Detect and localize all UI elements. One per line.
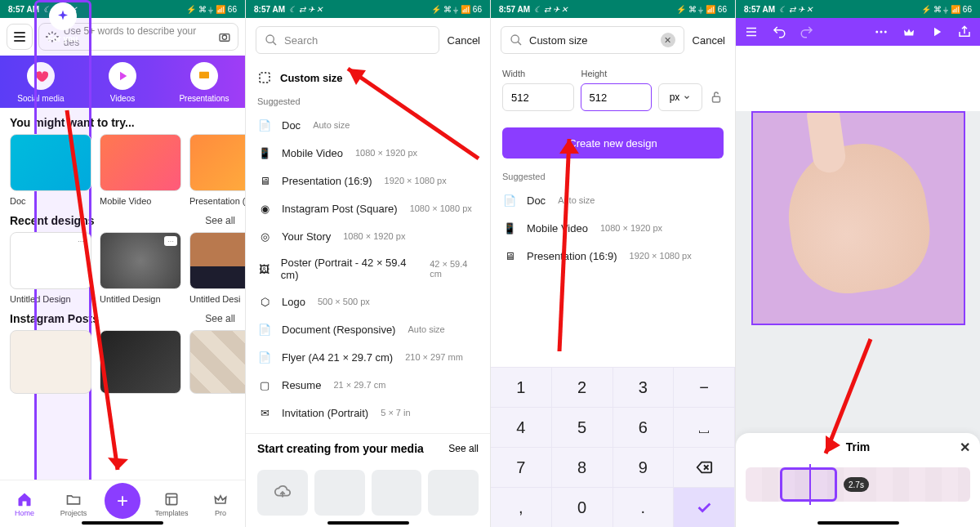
type-row[interactable]: ◉Instagram Post (Square)1080 × 1080 px (246, 194, 490, 222)
cat-presentations[interactable]: Presentations (163, 62, 245, 103)
type-row[interactable]: 🖼Poster (Portrait - 42 × 59.4 cm)42 × 59… (246, 250, 490, 288)
create-design-button[interactable]: Create new design (502, 127, 724, 159)
nav-home[interactable]: Home (0, 491, 49, 517)
ig-card[interactable] (189, 330, 245, 394)
try-card[interactable]: Presentation (1 (189, 134, 245, 206)
type-dim: 5 × 7 in (381, 408, 410, 418)
key-.[interactable]: . (613, 487, 675, 527)
type-name: Poster (Portrait - 42 × 59.4 cm) (281, 257, 417, 281)
key-8[interactable]: 8 (552, 447, 613, 487)
more-icon[interactable] (874, 25, 889, 39)
camera-icon[interactable] (218, 30, 231, 43)
see-all-link[interactable]: See all (205, 215, 235, 226)
type-row[interactable]: 🖥Presentation (16:9)1920 × 1080 px (246, 167, 490, 194)
nav-projects[interactable]: Projects (49, 491, 98, 517)
see-all-link[interactable]: See all (448, 443, 479, 454)
search-input[interactable]: Custom size ✕ (501, 26, 684, 54)
undo-icon[interactable] (772, 25, 786, 39)
clear-icon[interactable]: ✕ (661, 33, 675, 47)
more-icon[interactable]: ⋯ (164, 236, 177, 246)
close-icon[interactable]: ✕ (960, 440, 970, 455)
search-icon (510, 33, 523, 47)
key-3[interactable]: 3 (613, 367, 675, 407)
recent-card[interactable]: ⋯Untitled Desi (189, 232, 245, 304)
nav-pro[interactable]: Pro (196, 491, 245, 517)
type-dim: 1080 × 1920 px (343, 231, 405, 241)
type-row[interactable]: 📄DocAuto size (246, 111, 490, 139)
width-value: 512 (511, 92, 529, 104)
width-input[interactable]: 512 (502, 83, 574, 111)
canvas[interactable] (751, 111, 965, 325)
type-dim: 500 × 500 px (318, 297, 370, 306)
status-bar: 8:57 AM☾ ⇄ ✈ ✕ ⚡ ⌘ ⏚ 📶 66 (491, 0, 735, 18)
type-row[interactable]: 📱Mobile Video1080 × 1920 px (491, 214, 735, 242)
type-name: Document (Responsive) (282, 324, 395, 336)
type-dim: Auto size (408, 324, 444, 334)
media-slot[interactable] (372, 470, 422, 516)
nav-templates[interactable]: Templates (147, 491, 196, 517)
play-icon[interactable] (929, 25, 944, 39)
status-time: 8:57 AM (499, 5, 530, 14)
key-1[interactable]: 1 (491, 367, 552, 407)
upload-media[interactable] (257, 470, 308, 516)
svg-point-16 (884, 31, 887, 33)
cancel-button[interactable]: Cancel (448, 34, 480, 47)
ig-card[interactable] (10, 330, 91, 394)
timeline-strip[interactable]: 2.7s (746, 467, 970, 502)
type-icon: 🖥 (502, 248, 517, 263)
recent-card[interactable]: ⋯Untitled Design (100, 232, 181, 304)
key-5[interactable]: 5 (552, 407, 613, 447)
type-name: Flyer (A4 21 × 29.7 cm) (282, 351, 393, 364)
unit-select[interactable]: px (658, 83, 702, 111)
type-row[interactable]: 🖥Presentation (16:9)1920 × 1080 px (491, 242, 735, 270)
nav-create[interactable]: + (98, 489, 147, 519)
key-7[interactable]: 7 (491, 447, 552, 487)
type-dim: Auto size (558, 195, 595, 205)
fab-plus-icon[interactable]: + (105, 483, 140, 519)
type-row[interactable]: ⬡Logo500 × 500 px (246, 288, 490, 315)
type-row[interactable]: ◎Your Story1080 × 1920 px (246, 222, 490, 250)
crown-icon[interactable] (902, 25, 916, 39)
menu-icon[interactable] (744, 25, 759, 39)
key-,[interactable]: , (491, 487, 552, 527)
custom-size-icon (257, 70, 272, 85)
type-row[interactable]: ▢Resume21 × 29.7 cm (246, 371, 490, 399)
try-card[interactable]: Mobile Video (100, 134, 181, 206)
cat-videos[interactable]: Videos (82, 62, 163, 103)
lock-icon[interactable] (709, 90, 724, 105)
trim-selection[interactable] (780, 467, 837, 502)
key-␣[interactable]: ⎵ (674, 407, 735, 447)
ig-card[interactable] (100, 330, 181, 394)
media-slot[interactable] (428, 470, 479, 516)
key-6[interactable]: 6 (613, 407, 675, 447)
cat-label: Videos (82, 94, 163, 103)
key-✓[interactable] (674, 487, 735, 527)
key-9[interactable]: 9 (613, 447, 675, 487)
type-row[interactable]: 📱Mobile Video1080 × 1920 px (246, 139, 490, 167)
custom-size-row[interactable]: Custom size (246, 62, 490, 93)
height-input[interactable]: 512 (581, 83, 653, 111)
type-row[interactable]: 📄Document (Responsive)Auto size (246, 315, 490, 343)
duration-badge: 2.7s (844, 477, 869, 492)
see-all-link[interactable]: See all (205, 313, 235, 324)
key-4[interactable]: 4 (491, 407, 552, 447)
type-row[interactable]: 📄DocAuto size (491, 186, 735, 214)
menu-button[interactable] (7, 24, 33, 50)
key-−[interactable]: − (674, 367, 735, 407)
key-2[interactable]: 2 (552, 367, 613, 407)
key-⌫[interactable] (674, 447, 735, 487)
redo-icon[interactable] (800, 25, 814, 39)
svg-rect-3 (166, 494, 176, 504)
type-icon: 🖥 (257, 173, 272, 188)
more-icon[interactable]: ⋯ (74, 236, 87, 246)
playhead[interactable] (809, 464, 811, 505)
search-input[interactable]: Search (256, 26, 439, 54)
category-tabs: For you Social media Videos Presentation… (0, 56, 245, 108)
key-0[interactable]: 0 (552, 487, 613, 527)
share-icon[interactable] (957, 25, 972, 39)
type-row[interactable]: 📄Flyer (A4 21 × 29.7 cm)210 × 297 mm (246, 343, 490, 371)
type-row[interactable]: ✉Invitation (Portrait)5 × 7 in (246, 399, 490, 427)
cancel-button[interactable]: Cancel (693, 34, 725, 47)
media-slot[interactable] (314, 470, 365, 516)
svg-point-15 (880, 31, 883, 33)
